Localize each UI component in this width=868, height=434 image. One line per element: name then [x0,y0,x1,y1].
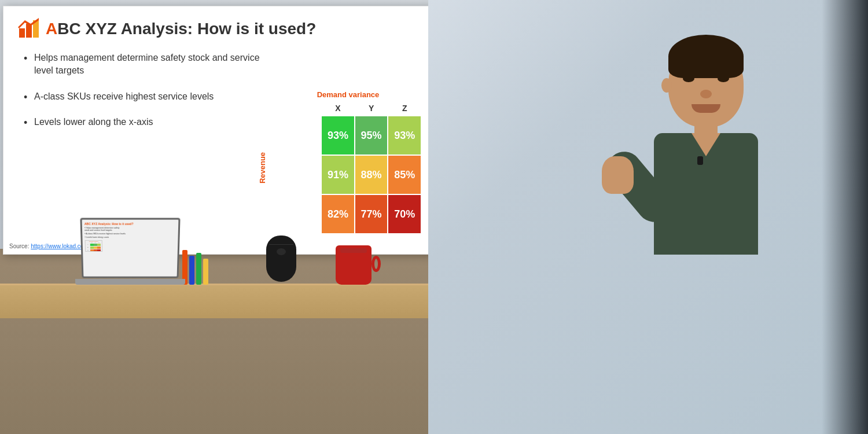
matrix-wrapper: Revenue X Y Z A 93% 95% 93% [274,101,422,234]
coffee-mug [336,245,372,285]
cell-bx: 91% [321,155,355,194]
matrix-row-b: B 91% 88% 85% [292,155,421,194]
slide-title: ABC XYZ Analysis: How is it used? [46,19,316,39]
row-label-a: A [292,116,321,155]
matrix-row-c: C 82% 77% 70% [292,194,421,234]
person-body [654,133,758,255]
person-nose [700,90,712,98]
col-header-x: X [321,101,355,116]
demand-variance-label: Demand variance [274,90,422,99]
title-rest: BC XYZ Analysis: How is it used? [57,20,316,38]
cell-bz: 85% [388,155,421,194]
col-header-y: Y [355,101,388,116]
vertical-mouse [266,236,296,282]
mug-body [336,245,372,285]
bullet-item-2: A-class SKUs receive highest service lev… [24,90,267,103]
revenue-label: Revenue [258,152,267,183]
bullet-item-3: Levels lower along the x-axis [24,116,267,128]
svg-rect-0 [19,28,25,38]
matrix-table: X Y Z A 93% 95% 93% B 91% 88% [292,101,422,234]
person-figure [648,35,764,255]
cell-az: 93% [388,116,421,155]
cell-ay: 95% [355,116,388,155]
bullet-text-1: Helps management determine safety stock … [34,53,260,75]
abc-xyz-matrix: Demand variance Revenue X Y Z A 93% 9 [274,90,422,234]
title-highlight-a: A [46,20,57,38]
cell-ax: 93% [321,116,355,155]
slide-panel: ABC XYZ Analysis: How is it used? Helps … [3,6,434,255]
bullet-item-1: Helps management determine safety stock … [24,52,267,78]
shirt-collar [692,133,720,156]
matrix-row-a: A 93% 95% 93% [292,116,421,155]
bullet-text-3: Levels lower along the x-axis [34,117,153,127]
source-label: Source: [9,243,31,249]
mouse-scroll-wheel [277,248,286,255]
person-right-hand [602,156,634,194]
cell-by: 88% [355,155,388,194]
person-ear [661,78,672,93]
microphone-clip [697,156,703,165]
cell-cz: 70% [388,194,421,234]
person-area [428,0,868,434]
bullet-text-2: A-class SKUs receive highest service lev… [34,91,214,101]
person-hair [668,35,744,78]
slide-header: ABC XYZ Analysis: How is it used? [18,18,419,40]
person-mouth [692,104,720,113]
cell-cy: 77% [355,194,388,234]
row-label-c: C [292,194,321,234]
laptop-base [75,279,185,285]
matrix-corner-cell [292,101,321,116]
cell-cx: 82% [321,194,355,234]
pen-holder [182,250,208,285]
col-header-z: Z [388,101,421,116]
pen-yellow [203,259,208,285]
pen-blue [189,256,194,285]
lokad-logo-icon [18,18,40,40]
matrix-header-row: X Y Z [292,101,421,116]
laptop-screen-content: ABC XYZ Analysis: How is it used? • Help… [82,220,179,277]
mouse-scroll-line [269,244,293,245]
laptop-screen: ABC XYZ Analysis: How is it used? • Help… [80,218,180,278]
mug-handle [372,256,381,272]
mug-liquid [340,248,367,253]
laptop: ABC XYZ Analysis: How is it used? • Help… [81,218,185,285]
right-edge-shadow [822,0,868,434]
row-label-b: B [292,155,321,194]
pen-green [196,253,201,285]
